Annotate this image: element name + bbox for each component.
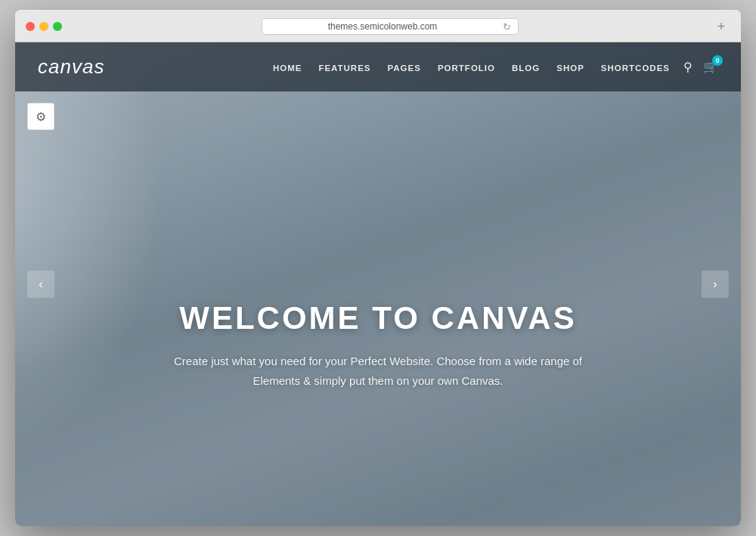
gear-icon: ⚙ [36, 110, 46, 124]
nav-link-shop[interactable]: SHOP [556, 64, 584, 73]
website-content: canvas HOME FEATURES PAGES PORTFOLIO BLO… [15, 42, 741, 526]
settings-button[interactable]: ⚙ [27, 103, 54, 130]
nav-item-pages[interactable]: PAGES [388, 60, 421, 74]
browser-window: ↻ + canvas HOME FEATURES PAGES PORTFOLIO… [15, 10, 741, 526]
nav-item-home[interactable]: HOME [273, 60, 302, 74]
search-icon[interactable]: ⚲ [683, 60, 692, 74]
maximize-button[interactable] [53, 22, 62, 31]
navbar: canvas HOME FEATURES PAGES PORTFOLIO BLO… [15, 42, 741, 91]
close-button[interactable] [26, 22, 35, 31]
nav-link-blog[interactable]: BLOG [512, 64, 540, 73]
new-tab-button[interactable]: + [712, 17, 730, 36]
scene-overlay [15, 42, 741, 526]
browser-chrome: ↻ + [15, 10, 741, 42]
title-bar: ↻ + [26, 17, 730, 36]
cart-icon[interactable]: 🛒 0 [703, 60, 718, 74]
hero-content: WELCOME TO CANVAS Create just what you n… [151, 300, 605, 390]
address-bar-container: ↻ [74, 18, 706, 35]
nav-item-blog[interactable]: BLOG [512, 60, 540, 74]
nav-link-pages[interactable]: PAGES [388, 64, 421, 73]
cart-badge: 0 [712, 55, 723, 66]
hero-title: WELCOME TO CANVAS [151, 300, 605, 336]
nav-item-shortcodes[interactable]: SHORTCODES [601, 60, 670, 74]
hero-subtitle: Create just what you need for your Perfe… [151, 352, 605, 390]
nav-link-shortcodes[interactable]: SHORTCODES [601, 64, 670, 73]
refresh-icon[interactable]: ↻ [503, 21, 511, 33]
nav-link-features[interactable]: FEATURES [318, 64, 370, 73]
nav-item-portfolio[interactable]: PORTFOLIO [438, 60, 495, 74]
slider-prev-button[interactable]: ‹ [27, 271, 54, 298]
nav-links: HOME FEATURES PAGES PORTFOLIO BLOG SHOP … [273, 60, 670, 74]
nav-link-home[interactable]: HOME [273, 64, 302, 73]
nav-item-shop[interactable]: SHOP [556, 60, 584, 74]
nav-item-features[interactable]: FEATURES [318, 60, 370, 74]
traffic-lights [26, 22, 62, 31]
nav-link-portfolio[interactable]: PORTFOLIO [438, 64, 495, 73]
minimize-button[interactable] [39, 22, 48, 31]
nav-icons: ⚲ 🛒 0 [683, 60, 718, 74]
slider-next-button[interactable]: › [702, 271, 729, 298]
address-bar[interactable] [262, 18, 519, 35]
site-logo[interactable]: canvas [38, 55, 104, 79]
